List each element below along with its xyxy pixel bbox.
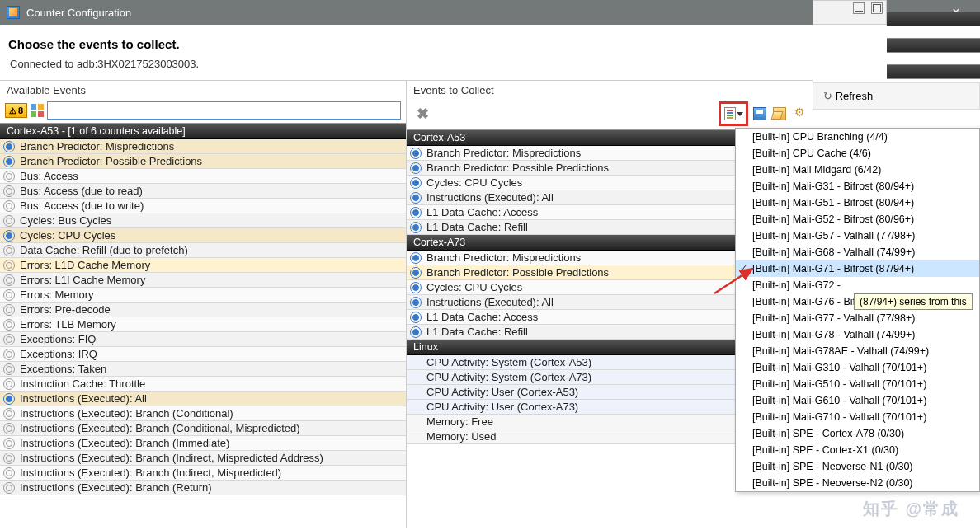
bullseye-icon <box>3 200 15 212</box>
template-menu-item[interactable]: [Built-in] Mali-G51 - Bifrost (80/94+) <box>736 195 979 211</box>
bullseye-icon <box>3 334 15 345</box>
event-item[interactable]: Exceptions: Taken <box>0 362 406 377</box>
event-label: Branch Predictor: Mispredictions <box>20 140 174 152</box>
category-grid-icon[interactable] <box>31 104 44 117</box>
template-menu-item[interactable]: [Built-in] Mali-G72 - <box>736 277 979 293</box>
event-label: Branch Predictor: Possible Predictions <box>426 266 609 279</box>
process-settings-icon[interactable] <box>793 107 806 120</box>
event-label: L1 Data Cache: Access <box>426 311 538 323</box>
event-item[interactable]: Instructions (Executed): Branch (Conditi… <box>0 406 406 421</box>
event-label: Instructions (Executed): Branch (Conditi… <box>20 407 233 420</box>
open-template-icon[interactable] <box>773 107 786 120</box>
bullseye-icon <box>3 141 15 152</box>
template-menu-item[interactable]: [Built-in] SPE - Neoverse-N2 (0/30) <box>736 475 979 491</box>
template-menu-item[interactable]: [Built-in] SPE - Cortex-X1 (0/30) <box>736 442 979 458</box>
bullseye-icon <box>410 297 422 308</box>
event-label: Instructions (Executed): All <box>20 392 147 405</box>
minimize-button[interactable] <box>853 2 865 14</box>
bullseye-icon <box>410 222 422 233</box>
event-label: Instructions (Executed): All <box>426 191 554 204</box>
bullseye-icon <box>3 378 15 390</box>
template-menu-item[interactable]: [Built-in] Mali-G77 - Valhall (77/98+) <box>736 310 979 326</box>
event-item[interactable]: Instructions (Executed): Branch (Indirec… <box>0 466 406 481</box>
template-menu-item[interactable]: [Built-in] Mali-G52 - Bifrost (80/96+) <box>736 211 979 227</box>
save-template-icon[interactable] <box>753 107 766 120</box>
template-dropdown-button[interactable] <box>719 101 748 126</box>
bullseye-icon <box>3 274 15 286</box>
event-label: Instructions (Executed): Branch (Indirec… <box>20 467 281 479</box>
event-item[interactable]: Instructions (Executed): Branch (Return) <box>0 481 406 495</box>
bullseye-icon <box>3 289 15 301</box>
events-search-input[interactable] <box>47 101 401 120</box>
event-item[interactable]: Instruction Cache: Throttle <box>0 377 406 392</box>
bullseye-icon <box>410 252 422 264</box>
event-item[interactable]: Branch Predictor: Possible Predictions <box>0 154 406 169</box>
bullseye-icon <box>3 260 15 271</box>
event-item[interactable]: Errors: TLB Memory <box>0 317 406 332</box>
event-label: Errors: Memory <box>20 288 94 301</box>
event-item[interactable]: Bus: Access (due to write) <box>0 199 406 213</box>
event-item[interactable]: Instructions (Executed): Branch (Immedia… <box>0 436 406 451</box>
event-item[interactable]: Errors: L1I Cache Memory <box>0 273 406 288</box>
available-events-title: Available Events <box>0 81 406 100</box>
template-document-icon <box>724 107 736 120</box>
event-item[interactable]: Exceptions: FIQ <box>0 332 406 347</box>
events-to-collect-title: Events to Collect <box>407 81 813 100</box>
warning-count-badge[interactable]: 8 <box>5 103 27 118</box>
template-menu-item[interactable]: [Built-in] Mali-G78 - Valhall (74/99+) <box>736 326 979 343</box>
page-heading: Choose the events to collect. <box>0 25 980 54</box>
event-label: Cycles: CPU Cycles <box>426 176 522 189</box>
event-label: Instructions (Executed): Branch (Indirec… <box>20 452 323 464</box>
bullseye-icon <box>3 171 15 182</box>
event-label: Cycles: CPU Cycles <box>426 281 522 293</box>
bullseye-icon <box>3 467 15 479</box>
event-label: Bus: Access (due to read) <box>20 185 143 197</box>
template-menu-item[interactable]: [Built-in] Mali-G610 - Valhall (70/101+) <box>736 392 979 409</box>
event-label: CPU Activity: System (Cortex-A73) <box>426 371 591 383</box>
event-item[interactable]: Cycles: CPU Cycles <box>0 228 406 243</box>
template-menu-item[interactable]: [Built-in] CPU Branching (4/4) <box>736 129 979 145</box>
chevron-down-icon <box>737 112 743 116</box>
event-item[interactable]: Instructions (Executed): Branch (Conditi… <box>0 421 406 436</box>
event-label: L1 Data Cache: Refill <box>426 326 528 338</box>
template-menu-item[interactable]: [Built-in] SPE - Neoverse-N1 (0/30) <box>736 458 979 475</box>
template-menu-item[interactable]: [Built-in] SPE - Cortex-A78 (0/30) <box>736 425 979 442</box>
event-item[interactable]: Errors: L1D Cache Memory <box>0 258 406 273</box>
available-events-list[interactable]: Cortex-A53 - [1 of 6 counters available]… <box>0 123 406 528</box>
template-menu-item[interactable]: [Built-in] Mali-G31 - Bifrost (80/94+) <box>736 178 979 195</box>
template-menu-item[interactable]: [Built-in] Mali-G310 - Valhall (70/101+) <box>736 359 979 376</box>
event-item[interactable]: Errors: Pre-decode <box>0 303 406 317</box>
template-menu-item[interactable]: [Built-in] CPU Cache (4/6) <box>736 145 979 162</box>
clear-all-button[interactable]: ✖ <box>412 105 434 123</box>
template-menu-item[interactable]: [Built-in] Mali-G710 - Valhall (70/101+) <box>736 409 979 425</box>
template-menu-item[interactable]: [Built-in] Mali-G78AE - Valhall (74/99+) <box>736 343 979 359</box>
event-label: L1 Data Cache: Access <box>426 206 538 218</box>
event-item[interactable]: Instructions (Executed): All <box>0 392 406 406</box>
maximize-button[interactable] <box>871 2 883 14</box>
event-item[interactable]: Cycles: Bus Cycles <box>0 213 406 228</box>
event-item[interactable]: Bus: Access (due to read) <box>0 184 406 199</box>
event-label: Branch Predictor: Mispredictions <box>426 147 581 159</box>
bullseye-icon <box>3 319 15 331</box>
event-item[interactable]: Instructions (Executed): Branch (Indirec… <box>0 451 406 466</box>
template-menu-item[interactable]: [Built-in] Mali-G68 - Valhall (74/99+) <box>736 244 979 260</box>
bullseye-icon <box>3 393 15 405</box>
template-menu-item[interactable]: [Built-in] Mali-G510 - Valhall (70/101+) <box>736 376 979 392</box>
template-menu-item[interactable]: [Built-in] Mali Midgard (6/42) <box>736 162 979 178</box>
template-tooltip: (87/94+) series from this <box>854 293 973 310</box>
event-item[interactable]: Exceptions: IRQ <box>0 347 406 362</box>
event-item[interactable]: Bus: Access <box>0 169 406 184</box>
refresh-button[interactable]: Refresh <box>813 82 980 110</box>
template-dropdown-menu[interactable]: [Built-in] CPU Branching (4/4)[Built-in]… <box>735 128 980 492</box>
template-menu-item[interactable]: [Built-in] Mali-G71 - Bifrost (87/94+) <box>736 260 979 277</box>
event-label: L1 Data Cache: Refill <box>426 221 528 233</box>
bullseye-icon <box>410 148 422 159</box>
event-label: Branch Predictor: Possible Predictions <box>20 155 202 167</box>
event-item[interactable]: Data Cache: Refill (due to prefetch) <box>0 243 406 258</box>
event-item[interactable]: Branch Predictor: Mispredictions <box>0 139 406 154</box>
template-menu-item[interactable]: [Built-in] Mali-G57 - Valhall (77/98+) <box>736 227 979 244</box>
event-item[interactable]: Errors: Memory <box>0 288 406 303</box>
event-label: Errors: L1D Cache Memory <box>20 259 150 271</box>
event-label: CPU Activity: User (Cortex-A73) <box>426 401 578 413</box>
bullseye-icon <box>410 267 422 279</box>
